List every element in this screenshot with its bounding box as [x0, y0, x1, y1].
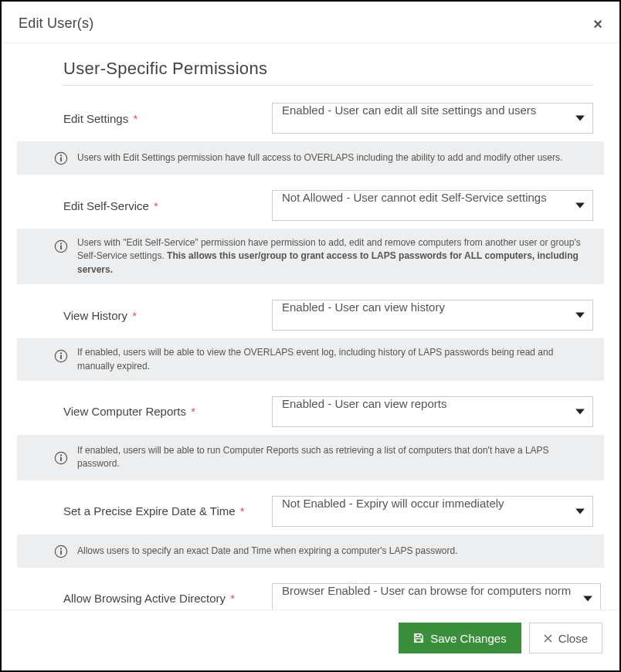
svg-rect-2: [60, 158, 62, 161]
label-allow-browsing: Allow Browsing Active Directory *: [63, 592, 272, 605]
edit-users-modal: Edit User(s) × User-Specific Permissions…: [0, 0, 621, 672]
section-title: User-Specific Permissions: [63, 59, 593, 79]
field-view-reports: View Computer Reports * Enabled - User c…: [63, 393, 593, 435]
info-icon: [54, 349, 68, 363]
field-edit-settings: Edit Settings * Enabled - User can edit …: [63, 100, 593, 141]
close-icon: [544, 634, 552, 643]
select-allow-browsing[interactable]: Browser Enabled - User can browse for co…: [272, 583, 601, 609]
required-marker: *: [129, 309, 137, 322]
select-view-history[interactable]: Enabled - User can view history: [272, 300, 593, 331]
close-icon[interactable]: ×: [593, 16, 602, 32]
select-edit-self-service[interactable]: Not Allowed - User cannot edit Self-Serv…: [272, 190, 593, 221]
info-view-history: If enabled, users will be able to view t…: [17, 338, 604, 381]
label-view-history: View History *: [63, 309, 272, 322]
select-precise-expire[interactable]: Not Enabled - Expiry will occur immediat…: [272, 496, 593, 527]
svg-rect-11: [60, 456, 62, 460]
svg-point-7: [60, 352, 62, 354]
info-edit-settings: Users with Edit Settings permission have…: [17, 141, 604, 175]
info-icon: [54, 451, 68, 465]
close-button[interactable]: Close: [529, 623, 602, 653]
divider: [63, 85, 593, 86]
info-text: Users with "Edit Self-Service" permissio…: [77, 236, 592, 277]
info-icon: [54, 545, 68, 558]
modal-body: User-Specific Permissions Edit Settings …: [2, 42, 619, 609]
save-button[interactable]: Save Changes: [399, 623, 521, 653]
modal-header: Edit User(s) ×: [2, 2, 619, 42]
field-view-history: View History * Enabled - User can view h…: [63, 297, 593, 338]
info-edit-self-service: Users with "Edit Self-Service" permissio…: [17, 229, 604, 284]
svg-point-4: [60, 243, 62, 244]
info-text: Users with Edit Settings permission have…: [77, 151, 562, 165]
label-edit-self-service: Edit Self-Service *: [63, 199, 272, 212]
info-view-reports: If enabled, users will be able to run Co…: [17, 435, 604, 480]
select-view-reports[interactable]: Enabled - User can view reports: [272, 396, 593, 427]
svg-rect-8: [60, 355, 62, 359]
required-marker: *: [237, 504, 245, 518]
field-edit-self-service: Edit Self-Service * Not Allowed - User c…: [63, 187, 593, 229]
svg-rect-14: [60, 550, 62, 554]
modal-title: Edit User(s): [19, 15, 93, 32]
svg-rect-5: [60, 246, 62, 249]
label-edit-settings: Edit Settings *: [63, 112, 272, 125]
info-text: Allows users to specify an exact Date an…: [77, 545, 458, 558]
svg-point-1: [60, 154, 62, 156]
required-marker: *: [130, 112, 137, 125]
save-icon: [413, 633, 424, 643]
select-edit-settings[interactable]: Enabled - User can edit all site setting…: [272, 103, 593, 134]
required-marker: *: [188, 405, 195, 418]
svg-point-13: [60, 548, 62, 549]
label-precise-expire: Set a Precise Expire Date & Time *: [63, 504, 272, 518]
field-allow-browsing: Allow Browsing Active Directory * Browse…: [63, 580, 593, 609]
label-view-reports: View Computer Reports *: [63, 405, 272, 418]
info-icon: [54, 151, 68, 165]
required-marker: *: [227, 592, 235, 605]
info-precise-expire: Allows users to specify an exact Date an…: [17, 535, 604, 568]
info-text: If enabled, users will be able to run Co…: [77, 444, 592, 471]
field-precise-expire: Set a Precise Expire Date & Time * Not E…: [63, 493, 593, 535]
info-icon: [54, 239, 68, 253]
info-text: If enabled, users will be able to view t…: [77, 346, 592, 373]
modal-footer: Save Changes Close: [2, 609, 619, 670]
required-marker: *: [151, 199, 158, 212]
svg-point-10: [60, 454, 62, 456]
